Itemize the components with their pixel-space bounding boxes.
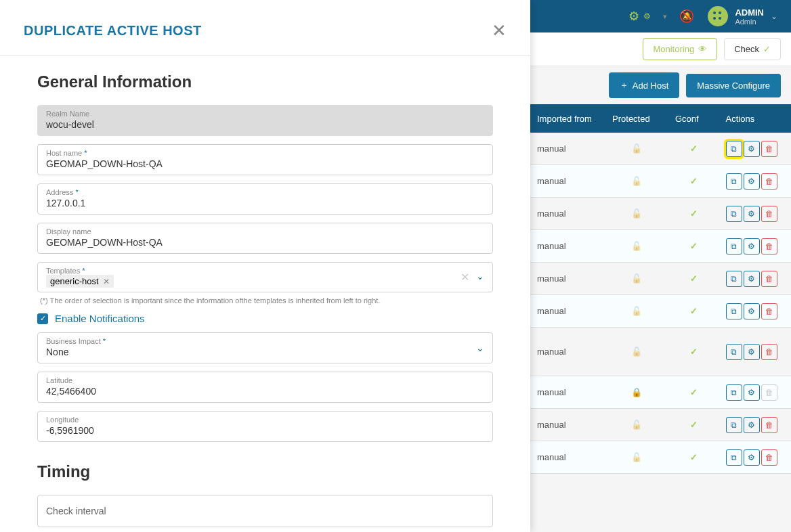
close-button[interactable]: ✕ [492, 20, 507, 41]
td-actions: ⧉⚙🗑 [719, 271, 792, 287]
latitude-label: Latitude [46, 376, 484, 384]
check-button[interactable]: Check ✓ [724, 38, 781, 60]
duplicate-icon[interactable]: ⧉ [726, 206, 742, 222]
chevron-down-icon[interactable]: ⌄ [476, 342, 484, 353]
display-label: Display name [46, 227, 484, 236]
delete-icon[interactable]: 🗑 [761, 417, 777, 433]
duplicate-icon[interactable]: ⧉ [726, 173, 742, 190]
chip-remove-icon[interactable]: ✕ [103, 277, 110, 286]
realm-value: wocu-devel [46, 118, 484, 131]
realm-name-field: Realm Name wocu-devel [37, 105, 493, 136]
unlock-icon [631, 420, 642, 430]
chevron-down-icon[interactable]: ⌄ [476, 271, 484, 284]
clear-icon[interactable]: ✕ [461, 271, 469, 284]
address-field[interactable]: Address * [37, 183, 493, 215]
settings-small-icon[interactable]: ⚙ [643, 12, 651, 21]
checkbox-icon[interactable]: ✓ [37, 313, 48, 324]
templates-field[interactable]: Templates * generic-host ✕ ✕ ⌄ [37, 262, 493, 292]
template-chip: generic-host ✕ [46, 275, 114, 288]
check-circle-icon: ✓ [763, 44, 771, 54]
configure-icon[interactable]: ⚙ [744, 344, 760, 360]
hostname-label: Host name * [46, 149, 484, 157]
delete-icon[interactable]: 🗑 [761, 238, 777, 254]
configure-icon[interactable]: ⚙ [744, 384, 760, 401]
delete-icon[interactable]: 🗑 [761, 173, 777, 190]
display-input[interactable] [46, 236, 484, 249]
display-name-field[interactable]: Display name [37, 223, 493, 254]
td-actions: ⧉⚙🗑 [719, 238, 792, 254]
address-input[interactable] [46, 196, 484, 210]
timing-heading: Timing [37, 462, 493, 481]
configure-icon[interactable]: ⚙ [744, 173, 760, 190]
td-imported: manual [530, 452, 605, 462]
latitude-input[interactable] [46, 384, 484, 398]
delete-icon[interactable]: 🗑 [761, 271, 777, 287]
configure-icon[interactable]: ⚙ [744, 206, 760, 222]
templates-help: (*) The order of selection is important … [40, 296, 493, 305]
duplicate-icon[interactable]: ⧉ [726, 271, 742, 287]
td-gconf [668, 306, 719, 316]
duplicate-icon[interactable]: ⧉ [726, 449, 742, 466]
modal-title: DUPLICATE ACTIVE HOST [24, 23, 202, 39]
hostname-input[interactable] [46, 157, 484, 171]
td-imported: manual [530, 143, 605, 154]
massive-configure-button[interactable]: Massive Configure [686, 74, 781, 97]
duplicate-icon[interactable]: ⧉ [726, 344, 742, 360]
check-interval-field[interactable]: Check interval [37, 495, 493, 527]
configure-icon[interactable]: ⚙ [744, 238, 760, 254]
duplicate-host-modal: DUPLICATE ACTIVE HOST ✕ General Informat… [0, 0, 530, 532]
monitoring-button[interactable]: Monitoring 👁 [643, 38, 717, 60]
unlock-icon [631, 143, 642, 154]
unlock-icon [631, 306, 642, 316]
delete-icon: 🗑 [761, 384, 777, 401]
td-protected [605, 176, 668, 186]
check-icon [690, 241, 698, 251]
th-imported[interactable]: Imported from [530, 114, 605, 124]
svg-point-1 [719, 12, 721, 14]
th-protected[interactable]: Protected [605, 114, 668, 124]
duplicate-icon[interactable]: ⧉ [726, 417, 742, 433]
user-menu[interactable]: ADMIN Admin ⌄ [708, 6, 777, 26]
td-protected [605, 452, 668, 462]
mute-icon[interactable]: 🔕 [679, 9, 694, 24]
duplicate-icon[interactable]: ⧉ [726, 141, 742, 157]
duplicate-icon[interactable]: ⧉ [726, 303, 742, 319]
th-gconf[interactable]: Gconf [668, 114, 719, 124]
configure-icon[interactable]: ⚙ [744, 303, 760, 319]
delete-icon[interactable]: 🗑 [761, 344, 777, 360]
check-icon [690, 306, 698, 316]
delete-icon[interactable]: 🗑 [761, 141, 777, 157]
hostname-field[interactable]: Host name * [37, 144, 493, 175]
check-icon [690, 452, 698, 462]
business-impact-field[interactable]: Business Impact * None ⌄ [37, 332, 493, 363]
add-host-button[interactable]: ＋ Add Host [609, 72, 679, 98]
check-icon [690, 420, 698, 430]
unlock-icon [631, 208, 642, 219]
td-imported: manual [530, 176, 605, 186]
unlock-icon [631, 273, 642, 284]
td-protected [605, 208, 668, 219]
longitude-input[interactable] [46, 424, 484, 437]
delete-icon[interactable]: 🗑 [761, 449, 777, 466]
duplicate-icon[interactable]: ⧉ [726, 384, 742, 401]
unlock-icon [631, 176, 642, 186]
duplicate-icon[interactable]: ⧉ [726, 238, 742, 254]
configure-icon[interactable]: ⚙ [744, 141, 760, 157]
longitude-field[interactable]: Longitude [37, 411, 493, 442]
td-actions: ⧉⚙🗑 [719, 344, 792, 360]
enable-notifications[interactable]: ✓ Enable Notifications [37, 313, 493, 324]
latitude-field[interactable]: Latitude [37, 372, 493, 403]
settings-icon[interactable]: ⚙ [628, 9, 639, 24]
delete-icon[interactable]: 🗑 [761, 206, 777, 222]
delete-icon[interactable]: 🗑 [761, 303, 777, 319]
td-imported: manual [530, 347, 605, 357]
configure-icon[interactable]: ⚙ [744, 417, 760, 433]
td-gconf [668, 241, 719, 251]
td-imported: manual [530, 387, 605, 397]
configure-icon[interactable]: ⚙ [744, 271, 760, 287]
configure-icon[interactable]: ⚙ [744, 449, 760, 466]
realm-label: Realm Name [46, 110, 484, 118]
td-protected [605, 420, 668, 430]
general-info-heading: General Information [37, 72, 493, 91]
td-protected [605, 306, 668, 316]
